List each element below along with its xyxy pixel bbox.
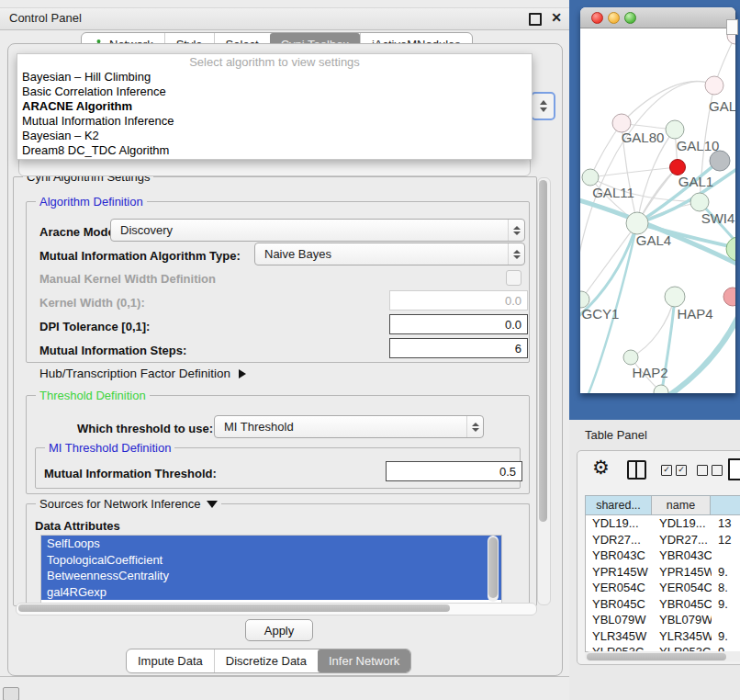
attribute-item-topologicalcoefficient[interactable]: TopologicalCoefficient (41, 552, 501, 569)
algorithm-option-bayesian-hill-climbing[interactable]: Bayesian – Hill Climbing (17, 70, 532, 85)
node-gal10[interactable] (666, 120, 684, 139)
mi-threshold-title: MI Threshold Definition (45, 441, 174, 455)
network-window-titlebar[interactable] (580, 7, 735, 28)
checked-box-icon: ✓ (676, 465, 687, 476)
data-attributes-list[interactable]: SelfLoopsTopologicalCoefficientBetweenne… (40, 535, 502, 604)
attribute-item-selfloops[interactable]: SelfLoops (41, 536, 501, 552)
kernel-width-value: 0.0 (505, 294, 521, 308)
node-gal11[interactable] (582, 169, 599, 186)
node-gal[interactable] (705, 76, 723, 95)
table-cell: YDL19... (653, 516, 712, 530)
mi-threshold-field[interactable]: 0.5 (386, 461, 522, 481)
attr-list-scrollbar-thumb[interactable] (488, 537, 498, 598)
gear-icon[interactable]: ⚙ (592, 457, 610, 479)
table-horizontal-scrollbar[interactable] (585, 651, 740, 661)
table-row[interactable]: YLR345WYLR345W9. (586, 628, 740, 645)
mi-type-label: Mutual Information Algorithm Type: (39, 249, 241, 263)
sources-group-header[interactable]: Sources for Network Inference (36, 497, 221, 511)
table-cell: YER054C (653, 581, 712, 594)
table-cell: YLR345W (653, 629, 712, 643)
close-icon[interactable]: ✕ (551, 10, 562, 25)
tab-infer-network[interactable]: Infer Network (318, 649, 410, 672)
column-header-shared-[interactable]: shared... (585, 495, 652, 515)
tab-impute-data[interactable]: Impute Data (127, 649, 214, 672)
table-hscrollbar-thumb[interactable] (587, 653, 726, 660)
node-gal1[interactable] (670, 160, 686, 175)
dpi-tolerance-field[interactable]: 0.0 (389, 314, 528, 334)
algorithm-option-aracne-algorithm[interactable]: ARACNE Algorithm (17, 99, 532, 114)
mi-steps-field[interactable]: 6 (389, 338, 528, 358)
aracne-mode-value: Discovery (111, 223, 508, 237)
settings-vertical-scrollbar[interactable] (537, 177, 551, 605)
node-label-gal10: GAL10 (677, 138, 720, 153)
table-row[interactable]: YBL079WYBL079W (586, 612, 740, 628)
select-all-columns-icon[interactable]: ✓ ✓ (661, 465, 687, 476)
deselect-all-columns-icon[interactable] (697, 465, 723, 476)
table-panel-body: ⚙ ✓ ✓ shared...name YDL19...YDL19...13YD… (577, 450, 740, 665)
settings-scrollbar-thumb[interactable] (539, 180, 547, 522)
attribute-item-gal4rgexp[interactable]: gal4RGexp (41, 584, 501, 601)
network-view-window[interactable]: GALGAL80GAL10GAL1GAL11SWI4GAL4GCY1HAP4YH… (580, 7, 736, 393)
table-row[interactable]: YBR043CYBR043C (586, 548, 740, 564)
attribute-item-betweennesscentrality[interactable]: BetweennessCentrality (41, 568, 501, 584)
table-header-row: shared...name (585, 495, 740, 515)
table-cell: YDR27... (653, 533, 712, 547)
zoom-traffic-light[interactable] (624, 12, 636, 24)
table-cell: YBL079W (586, 613, 653, 627)
algorithm-option-basic-correlation-inference[interactable]: Basic Correlation Inference (17, 85, 532, 99)
algorithm-option-bayesian-k2[interactable]: Bayesian – K2 (17, 129, 532, 143)
inference-algorithm-stepper[interactable] (531, 92, 555, 120)
settings-hscrollbar-thumb[interactable] (18, 604, 450, 612)
chevron-up-icon (540, 100, 547, 105)
node-label-gcy1: GCY1 (582, 306, 620, 322)
chevron-up-down-icon (508, 243, 524, 265)
column-header-cut[interactable] (711, 495, 740, 515)
network-graph: GALGAL80GAL10GAL1GAL11SWI4GAL4GCY1HAP4YH… (580, 28, 735, 393)
node-y[interactable] (723, 288, 735, 306)
apply-button-label: Apply (264, 624, 295, 638)
manual-kernel-checkbox[interactable] (506, 270, 521, 286)
node-hap4[interactable] (665, 287, 685, 307)
tab-discretize-data[interactable]: Discretize Data (214, 649, 318, 672)
float-window-icon[interactable] (529, 13, 542, 26)
node[interactable] (710, 151, 730, 171)
which-threshold-value: MI Threshold (215, 420, 466, 434)
algorithm-option-dream8-dc-tdc-algorithm[interactable]: Dream8 DC_TDC Algorithm (17, 143, 532, 158)
table-row[interactable]: YER054CYER054C8. (586, 580, 740, 596)
close-traffic-light[interactable] (591, 12, 603, 24)
chevron-up-down-icon (508, 220, 524, 241)
cyni-mode-tabbar: Impute DataDiscretize DataInfer Network (126, 649, 411, 673)
hub-definition-toggle[interactable]: Hub/Transcription Factor Definition (39, 367, 246, 380)
chevron-up-down-icon (466, 416, 483, 437)
apply-button[interactable]: Apply (245, 619, 313, 641)
corner-widget-icon[interactable] (3, 687, 19, 700)
attr-list-scrollbar[interactable] (488, 536, 499, 602)
table-row[interactable]: YPR145WYPR145W9. (586, 564, 740, 581)
columns-icon[interactable] (627, 460, 646, 480)
node-swi4[interactable] (690, 193, 709, 211)
mi-type-select[interactable]: Naive Bayes (254, 243, 525, 265)
aracne-mode-select[interactable]: Discovery (110, 219, 525, 242)
kernel-width-field[interactable]: 0.0 (389, 290, 528, 310)
table-row[interactable]: YDL19...YDL19...13 (586, 515, 740, 532)
table-row[interactable]: YBR045CYBR045C9. (586, 596, 740, 613)
expand-arrow-icon (239, 369, 246, 378)
table-cell: 9. (712, 597, 740, 611)
network-scrollbar-stub[interactable] (726, 19, 738, 35)
settings-horizontal-scrollbar[interactable] (16, 603, 537, 615)
table-row[interactable]: YDR27...YDR27...12 (586, 532, 740, 548)
network-canvas[interactable]: GALGAL80GAL10GAL1GAL11SWI4GAL4GCY1HAP4YH… (580, 28, 735, 393)
tab-label: Impute Data (138, 654, 203, 668)
which-threshold-select[interactable]: MI Threshold (214, 415, 484, 438)
export-table-icon[interactable] (728, 458, 740, 480)
node-gal4[interactable] (626, 212, 648, 234)
node[interactable] (654, 385, 668, 393)
column-header-name[interactable]: name (652, 495, 711, 515)
minimize-traffic-light[interactable] (608, 12, 620, 24)
table-cell: YPR145W (586, 565, 653, 579)
node-hap2[interactable] (623, 350, 638, 365)
node-label-gal: GAL (709, 98, 735, 114)
unchecked-box-icon (712, 465, 723, 476)
algorithm-option-mutual-information-inference[interactable]: Mutual Information Inference (17, 114, 532, 129)
node-label-swi4: SWI4 (701, 210, 735, 226)
